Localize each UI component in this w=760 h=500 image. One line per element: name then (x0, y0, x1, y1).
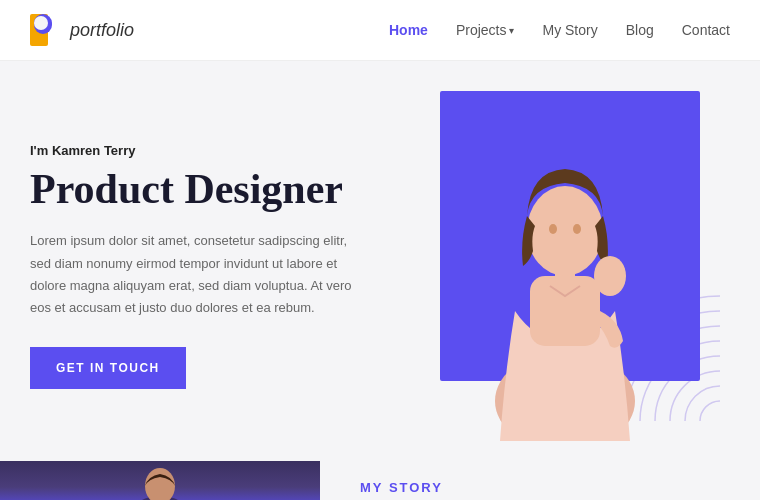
hero-image-area (420, 91, 730, 441)
hero-name: Kamren Terry (52, 143, 136, 158)
person-svg (455, 111, 675, 441)
bottom-person-small (120, 461, 200, 500)
nav-contact[interactable]: Contact (682, 22, 730, 38)
nav-home[interactable]: Home (389, 22, 428, 38)
bottom-section: MY STORY (0, 461, 760, 500)
nav-my-story[interactable]: My Story (542, 22, 597, 38)
logo-text: portfolio (70, 20, 134, 41)
my-story-label: MY STORY (360, 480, 443, 495)
hero-section: I'm Kamren Terry Product Designer Lorem … (0, 61, 760, 461)
bottom-person-bg (0, 461, 320, 500)
nav-blog[interactable]: Blog (626, 22, 654, 38)
logo-icon (30, 14, 62, 46)
logo[interactable]: portfolio (30, 14, 134, 46)
svg-point-14 (527, 186, 603, 276)
svg-point-17 (594, 256, 626, 296)
chevron-down-icon: ▾ (509, 25, 514, 36)
nav-projects[interactable]: Projects ▾ (456, 22, 515, 38)
main-nav: Home Projects ▾ My Story Blog Contact (389, 22, 730, 38)
svg-rect-12 (530, 276, 600, 346)
hero-person-image (420, 101, 710, 441)
svg-point-15 (549, 224, 557, 234)
svg-point-16 (573, 224, 581, 234)
bottom-my-story: MY STORY (320, 461, 760, 500)
get-in-touch-button[interactable]: GET IN TOUCH (30, 347, 186, 389)
hero-subtitle: I'm Kamren Terry (30, 143, 370, 158)
hero-content: I'm Kamren Terry Product Designer Lorem … (30, 143, 370, 389)
bottom-image-preview (0, 461, 320, 500)
hero-title: Product Designer (30, 166, 370, 212)
svg-point-19 (145, 468, 175, 500)
header: portfolio Home Projects ▾ My Story Blog … (0, 0, 760, 61)
svg-rect-2 (34, 16, 48, 30)
hero-description: Lorem ipsum dolor sit amet, consetetur s… (30, 230, 370, 318)
